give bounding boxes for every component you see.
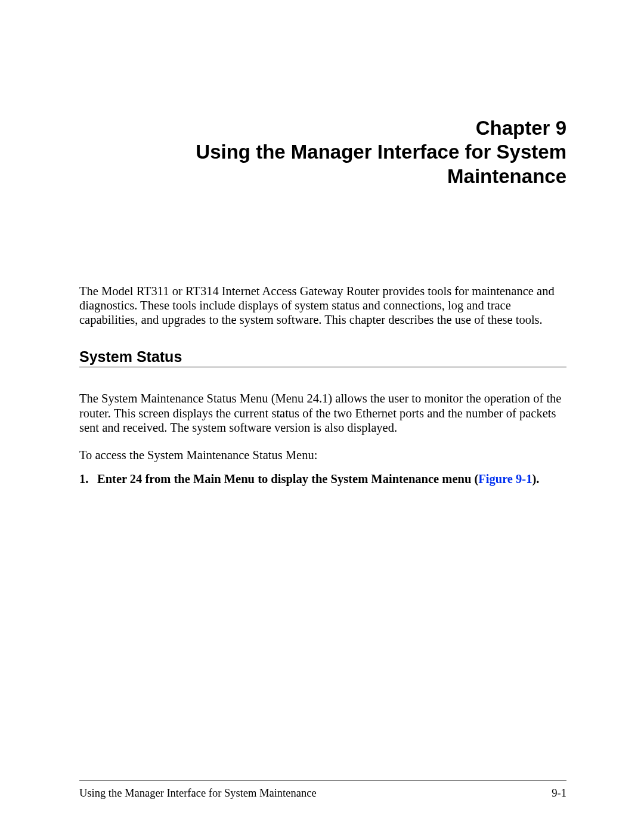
step-text-after: ). bbox=[532, 472, 539, 485]
footer-title: Using the Manager Interface for System M… bbox=[79, 787, 317, 800]
step-text-before: Enter 24 from the Main Menu to display t… bbox=[97, 472, 478, 485]
page-footer: Using the Manager Interface for System M… bbox=[79, 781, 566, 800]
footer-row: Using the Manager Interface for System M… bbox=[79, 787, 566, 800]
intro-paragraph: The Model RT311 or RT314 Internet Access… bbox=[79, 284, 566, 327]
chapter-title-line2: Maintenance bbox=[79, 165, 566, 188]
step-list: 1. Enter 24 from the Main Menu to displa… bbox=[79, 472, 566, 486]
step-item-1: 1. Enter 24 from the Main Menu to displa… bbox=[79, 472, 566, 486]
page-container: Chapter 9 Using the Manager Interface fo… bbox=[0, 0, 644, 833]
section-body-paragraph: The System Maintenance Status Menu (Menu… bbox=[79, 391, 566, 435]
footer-page-number: 9-1 bbox=[552, 787, 566, 800]
footer-rule bbox=[79, 781, 566, 781]
chapter-title-line1: Using the Manager Interface for System bbox=[79, 140, 566, 164]
section-heading-system-status: System Status bbox=[79, 348, 566, 367]
step-text: Enter 24 from the Main Menu to display t… bbox=[97, 472, 566, 486]
figure-link[interactable]: Figure 9-1 bbox=[478, 472, 532, 485]
access-instruction: To access the System Maintenance Status … bbox=[79, 448, 566, 462]
chapter-header: Chapter 9 Using the Manager Interface fo… bbox=[79, 116, 566, 188]
chapter-number: Chapter 9 bbox=[79, 116, 566, 140]
step-number: 1. bbox=[79, 472, 97, 486]
